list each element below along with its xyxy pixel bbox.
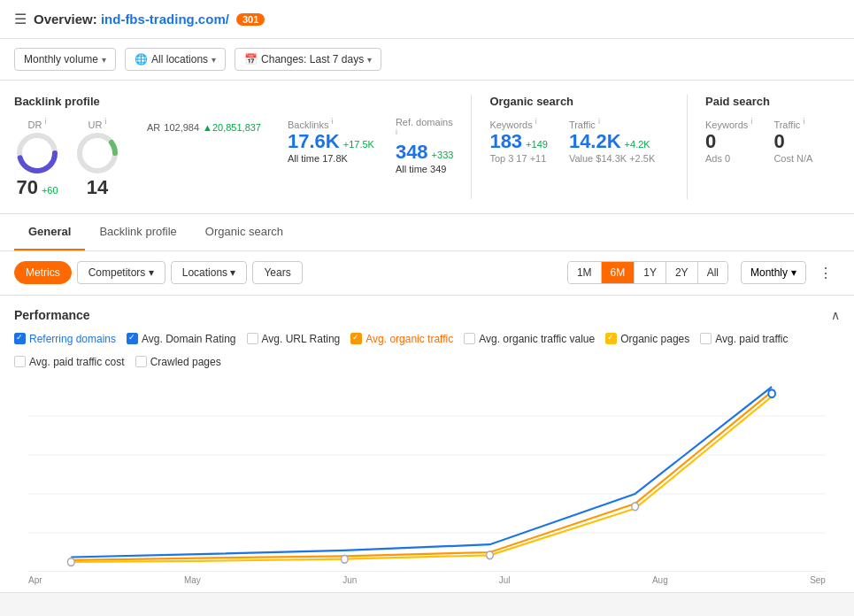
chart-area	[14, 377, 840, 572]
svg-point-10	[341, 555, 348, 563]
backlinks-sub: All time 17.8K	[288, 153, 374, 164]
time-1y[interactable]: 1Y	[635, 262, 666, 283]
header: ☰ Overview: ind-fbs-trading.com/ 301	[0, 0, 854, 39]
time-6m[interactable]: 6M	[602, 262, 635, 283]
ref-domains-label-text: Ref. domains	[396, 117, 453, 127]
ur-donut	[74, 130, 120, 176]
tab-organic-search[interactable]: Organic search	[191, 214, 297, 250]
x-axis-labels: Apr May Jun Jul Aug Sep	[14, 572, 840, 592]
paid-keywords-label: Keywords i	[705, 117, 752, 130]
monthly-volume-filter[interactable]: Monthly volume ▾	[14, 48, 116, 71]
chevron-down-icon: ▾	[102, 55, 106, 65]
paid-keywords-label-text: Keywords	[705, 119, 748, 130]
organic-traffic-info-icon[interactable]: i	[598, 117, 600, 126]
dr-badge: 301	[236, 13, 265, 26]
ar-row: AR 102,984 ▲20,851,837	[147, 122, 261, 133]
all-locations-label: All locations	[151, 53, 208, 65]
check-box-avg-paid-traffic	[700, 333, 712, 344]
backlinks-info-icon[interactable]: i	[332, 117, 334, 126]
check-box-avg-url-rating	[247, 333, 258, 344]
time-2y[interactable]: 2Y	[666, 262, 698, 283]
overview-label: Overview:	[34, 12, 97, 27]
ref-domains-sub-value: 349	[430, 164, 446, 174]
all-locations-filter[interactable]: 🌐 All locations ▾	[125, 48, 226, 71]
changes-filter[interactable]: 📅 Changes: Last 7 days ▾	[235, 48, 381, 71]
organic-search-title: Organic search	[489, 95, 669, 108]
tab-backlink-profile[interactable]: Backlink profile	[85, 214, 190, 250]
paid-keywords-stat: Keywords i 0 Ads 0	[705, 117, 752, 164]
dr-label-text: DR	[28, 119, 42, 130]
chevron-down-icon: ▾	[149, 266, 154, 279]
checkboxes-row: Referring domains Avg. Domain Rating Avg…	[14, 333, 840, 368]
check-avg-domain-rating[interactable]: Avg. Domain Rating	[127, 333, 236, 345]
ur-value: 14	[87, 176, 108, 198]
backlink-profile-title: Backlink profile	[14, 95, 453, 108]
paid-traffic-sub: Cost N/A	[773, 153, 812, 164]
check-crawled-pages[interactable]: Crawled pages	[135, 356, 221, 368]
dr-info-icon[interactable]: i	[44, 117, 46, 126]
ref-domains-value: 348	[396, 141, 428, 164]
organic-keywords-info-icon[interactable]: i	[535, 117, 537, 126]
check-avg-organic-traffic[interactable]: Avg. organic traffic	[350, 333, 453, 345]
check-avg-paid-traffic-cost[interactable]: Avg. paid traffic cost	[14, 356, 125, 368]
ref-domains-stat: Ref. domains i 348 +333 All time 349	[396, 117, 454, 174]
tab-general[interactable]: General	[14, 214, 85, 250]
check-avg-url-rating[interactable]: Avg. URL Rating	[247, 333, 341, 345]
competitors-button[interactable]: Competitors ▾	[77, 261, 165, 284]
changes-label: Changes: Last 7 days	[261, 53, 364, 65]
ur-info-icon[interactable]: i	[104, 117, 106, 126]
more-options-button[interactable]: ⋮	[812, 260, 840, 286]
performance-title: Performance	[14, 308, 90, 322]
paid-keywords-info-icon[interactable]: i	[750, 117, 752, 126]
backlinks-label: Backlinks i	[288, 117, 374, 130]
organic-traffic-stat: Traffic i 14.2K +4.2K Value $14.3K +2.5K	[569, 117, 655, 164]
check-referring-domains[interactable]: Referring domains	[14, 333, 116, 345]
domain-label: ind-fbs-trading.com/	[101, 12, 229, 27]
check-box-organic-pages	[605, 333, 617, 344]
monthly-label: Monthly	[750, 266, 788, 279]
menu-icon[interactable]: ☰	[14, 11, 27, 27]
monthly-button[interactable]: Monthly ▾	[741, 261, 806, 284]
x-label-may: May	[184, 575, 201, 585]
svg-point-11	[487, 551, 494, 559]
organic-search-section: Organic search Keywords i 183 +149 Top 3…	[472, 95, 688, 199]
paid-search-title: Paid search	[705, 95, 840, 108]
paid-search-section: Paid search Keywords i 0 Ads 0 Traffic i…	[688, 95, 840, 199]
time-1m[interactable]: 1M	[568, 262, 602, 283]
backlinks-sub-value: 17.8K	[322, 153, 348, 164]
backlinks-change: +17.5K	[343, 139, 374, 150]
organic-keywords-value: 183	[489, 130, 522, 153]
paid-keywords-sub: Ads 0	[705, 153, 752, 164]
organic-keywords-stat: Keywords i 183 +149 Top 3 17 +11	[489, 117, 548, 164]
check-box-avg-paid-traffic-cost	[14, 356, 26, 367]
dr-donut	[14, 130, 60, 176]
time-all[interactable]: All	[698, 262, 727, 283]
chevron-down-icon: ▾	[367, 55, 372, 65]
ref-domains-info-icon[interactable]: i	[396, 127, 397, 136]
locations-button[interactable]: Locations ▾	[171, 261, 248, 284]
paid-traffic-info-icon[interactable]: i	[803, 117, 804, 126]
check-organic-pages[interactable]: Organic pages	[605, 333, 689, 345]
collapse-button[interactable]: ∧	[831, 308, 840, 322]
backlinks-refdomains-group: Backlinks i 17.6K +17.5K All time 17.8K …	[288, 117, 453, 174]
crawled-pages-label: Crawled pages	[150, 356, 221, 368]
chevron-down-icon: ▾	[212, 55, 216, 65]
check-avg-paid-traffic[interactable]: Avg. paid traffic	[700, 333, 788, 345]
avg-paid-traffic-cost-label: Avg. paid traffic cost	[29, 356, 125, 368]
ref-domains-sub-label: All time	[396, 164, 427, 174]
dr-change: +60	[42, 185, 58, 196]
organic-traffic-value: 14.2K	[569, 130, 621, 153]
paid-traffic-label: Traffic i	[773, 117, 812, 130]
backlink-profile-section: Backlink profile DR i 7	[14, 95, 472, 199]
ur-donut-wrap: UR i 14	[74, 117, 120, 199]
years-button[interactable]: Years	[252, 261, 302, 284]
locations-label: Locations	[182, 266, 227, 279]
dr-value: 70	[16, 176, 37, 199]
check-avg-organic-traffic-value[interactable]: Avg. organic traffic value	[464, 333, 595, 345]
ar-change: ▲20,851,837	[203, 122, 261, 133]
paid-traffic-value: 0	[773, 130, 812, 153]
time-buttons: 1M 6M 1Y 2Y All	[567, 261, 728, 284]
metrics-button[interactable]: Metrics	[14, 261, 72, 284]
organic-keywords-sub: Top 3 17 +11	[489, 153, 548, 164]
organic-traffic-change: +4.2K	[625, 139, 650, 150]
